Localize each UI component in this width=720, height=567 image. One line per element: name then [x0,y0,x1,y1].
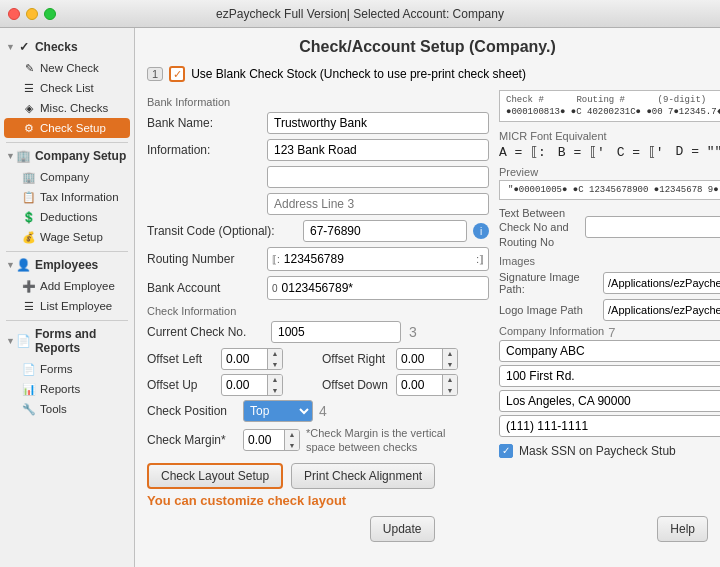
company-toggle-icon: ▼ [6,151,15,161]
offset-up-up[interactable]: ▲ [268,374,282,385]
routing-input[interactable] [284,252,476,266]
address3-input[interactable] [267,193,489,215]
check-position-select[interactable]: Top Middle Bottom [243,400,313,422]
sidebar-item-add-employee[interactable]: ➕ Add Employee [0,276,134,296]
offset-right-input[interactable] [397,350,442,368]
offset-right-input-wrap: ▲ ▼ [396,348,458,370]
offset-down-up[interactable]: ▲ [443,374,457,385]
offset-left-down[interactable]: ▼ [268,359,282,370]
company-address1-input[interactable] [499,365,720,387]
offset-up-spinner: ▲ ▼ [267,374,282,396]
bank-info-label: Bank Information [147,96,489,108]
sidebar-group-company-setup[interactable]: ▼ 🏢 Company Setup [0,145,134,167]
offset-left-input[interactable] [222,350,267,368]
bottom-bar: Update Help [147,516,708,542]
routing-right-icon: :⟧ [476,254,484,265]
micr-font-equivalent-section: MICR Font Equivalent A = ⟦: B = ⟦' C = ⟦… [499,130,720,160]
offset-down-label: Offset Down [322,378,392,392]
offset-left-up[interactable]: ▲ [268,348,282,359]
forms-toggle-icon: ▼ [6,336,15,346]
micr-a: A = ⟦: [499,144,546,160]
transit-row: Transit Code (Optional): i [147,220,489,242]
close-button[interactable] [8,8,20,20]
employees-icon: 👤 [17,258,31,272]
sidebar-item-reports[interactable]: 📊 Reports [0,379,134,399]
offset-right-up[interactable]: ▲ [443,348,457,359]
update-button[interactable]: Update [370,516,435,542]
offset-left-spinner: ▲ ▼ [267,348,282,370]
company-info-label: Company Information [499,325,604,337]
check-margin-down[interactable]: ▼ [285,440,299,451]
sidebar-item-tax-information[interactable]: 📋 Tax Information [0,187,134,207]
sidebar-item-wage-setup[interactable]: 💰 Wage Setup [0,227,134,247]
transit-info-icon[interactable]: i [473,223,489,239]
check-preview-box: Check # Routing # (9-digit) Account# ●00… [499,90,720,122]
sidebar-group-checks[interactable]: ▼ ✓ Checks [0,36,134,58]
logo-path-input[interactable] [603,299,720,321]
logo-path-row: Logo Image Path ... i 🗑 6 [499,299,720,321]
sidebar-item-deductions[interactable]: 💲 Deductions [0,207,134,227]
information-row: Information: [147,139,489,161]
forms-sub-icon: 📄 [22,362,36,376]
offset-up-down[interactable]: ▼ [268,385,282,396]
help-button[interactable]: Help [657,516,708,542]
text-between-input[interactable] [585,216,720,238]
company-address2-input[interactable] [499,390,720,412]
mask-ssn-label: Mask SSN on Paycheck Stub [519,444,676,458]
check-margin-up[interactable]: ▲ [285,429,299,440]
offset-up-row: Offset Up ▲ ▼ [147,374,314,396]
print-check-alignment-button[interactable]: Print Check Alignment [291,463,435,489]
minimize-button[interactable] [26,8,38,20]
sidebar-item-forms[interactable]: 📄 Forms [0,359,134,379]
information-label: Information: [147,143,267,157]
offset-down-input-wrap: ▲ ▼ [396,374,458,396]
blank-check-label: Use Blank Check Stock (Uncheck to use pr… [191,67,526,81]
company-name-input[interactable] [499,340,720,362]
mask-ssn-row: ✓ Mask SSN on Paycheck Stub [499,444,720,458]
blank-check-checkbox[interactable]: ✓ [169,66,185,82]
information-input[interactable] [267,139,489,161]
offset-right-label: Offset Right [322,352,392,366]
sidebar-item-new-check[interactable]: ✎ New Check [0,58,134,78]
forms-icon: 📄 [17,334,31,348]
offset-up-input[interactable] [222,376,267,394]
offset-right-row: Offset Right ▲ ▼ [322,348,489,370]
traffic-lights [8,8,56,20]
transit-input[interactable] [303,220,467,242]
check-layout-setup-button[interactable]: Check Layout Setup [147,463,283,489]
routing-note: (9-digit) [658,95,707,105]
maximize-button[interactable] [44,8,56,20]
offset-right-down[interactable]: ▼ [443,359,457,370]
company-phone-input[interactable] [499,415,720,437]
sidebar-group-forms[interactable]: ▼ 📄 Forms and Reports [0,323,134,359]
sidebar-item-check-list[interactable]: ☰ Check List [0,78,134,98]
current-check-no-input[interactable] [271,321,401,343]
signature-path-input[interactable] [603,272,720,294]
preview-section: Preview "●00001005● ●C 12345678900 ●1234… [499,166,720,200]
offset-down-input[interactable] [397,376,442,394]
check-list-icon: ☰ [22,81,36,95]
offset-left-input-wrap: ▲ ▼ [221,348,283,370]
blank-check-row: 1 ✓ Use Blank Check Stock (Uncheck to us… [147,66,708,82]
offset-down-spinner: ▲ ▼ [442,374,457,396]
bank-name-label: Bank Name: [147,116,267,130]
address3-row [147,193,489,215]
bank-account-input[interactable] [282,281,484,295]
sidebar-item-misc-checks[interactable]: ◈ Misc. Checks [0,98,134,118]
main-columns: Bank Information Bank Name: Information: [147,90,708,508]
check-margin-input[interactable] [244,431,284,449]
misc-checks-icon: ◈ [22,101,36,115]
bank-name-input[interactable] [267,112,489,134]
sidebar-item-check-setup[interactable]: ⚙ Check Setup [4,118,130,138]
step4-badge: 4 [319,403,327,419]
right-column: Check # Routing # (9-digit) Account# ●00… [499,90,720,508]
offset-down-down[interactable]: ▼ [443,385,457,396]
sidebar-group-employees[interactable]: ▼ 👤 Employees [0,254,134,276]
signature-path-row: Signature Image Path: ... i 🗑 5 [499,271,720,295]
sidebar-item-company[interactable]: 🏢 Company [0,167,134,187]
mask-ssn-checkbox[interactable]: ✓ [499,444,513,458]
sidebar-item-list-employee[interactable]: ☰ List Employee [0,296,134,316]
address2-input[interactable] [267,166,489,188]
sidebar-item-tools[interactable]: 🔧 Tools [0,399,134,419]
employees-toggle-icon: ▼ [6,260,15,270]
